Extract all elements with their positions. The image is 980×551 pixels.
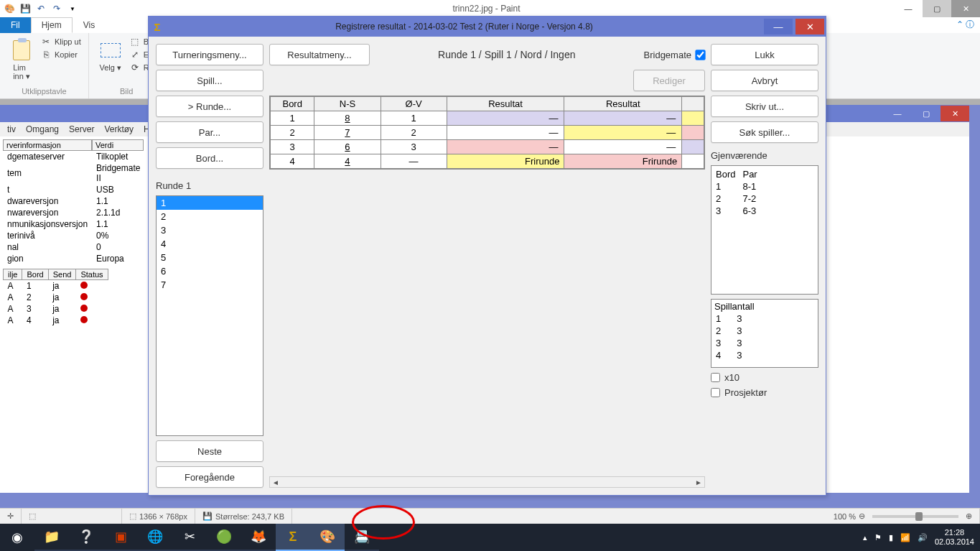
round-item[interactable]: 4: [157, 237, 263, 251]
dlg-close-button[interactable]: ✕: [795, 19, 824, 34]
scroll-left-icon[interactable]: ◄: [270, 478, 281, 486]
help-icon[interactable]: ⌃ ⓘ: [956, 19, 974, 31]
zoom-in-button[interactable]: ⊕: [966, 511, 972, 521]
sigma-app-icon: Σ: [149, 21, 166, 33]
server-info-header: rverinformasjonVerdi: [3, 139, 144, 151]
menu-item[interactable]: Server: [65, 123, 98, 136]
round-info-text: Runde 1 / Spill 1 / Nord / Ingen: [377, 49, 637, 60]
filesize-cell: 💾Størrelse: 243,7 KB: [195, 509, 292, 524]
middle-panel: Resultatmeny... Runde 1 / Spill 1 / Nord…: [269, 44, 705, 488]
result-menu-button[interactable]: Resultatmeny...: [269, 44, 370, 65]
prosjektor-checkbox[interactable]: Prosjektør: [711, 387, 818, 398]
round-item[interactable]: 3: [157, 223, 263, 237]
dimensions-cell: ⬚1366 × 768px: [122, 509, 195, 524]
tab-vis[interactable]: Vis: [73, 17, 106, 33]
copy-icon: ⎘: [40, 49, 52, 60]
bg-close-button[interactable]: ✕: [941, 106, 969, 121]
resize-icon: ⤢: [129, 49, 141, 60]
spillantall-box: Spillantall 13233343: [711, 299, 818, 368]
maximize-button[interactable]: ▢: [923, 0, 951, 17]
select-button[interactable]: Velg ▾: [96, 36, 125, 75]
round-item[interactable]: 7: [157, 278, 263, 292]
avbryt-button[interactable]: Avbryt: [711, 70, 818, 91]
explorer-taskbar-icon[interactable]: 📁: [34, 524, 69, 551]
save-icon[interactable]: 💾: [19, 2, 32, 15]
scroll-right-icon[interactable]: ►: [693, 478, 704, 486]
volume-icon[interactable]: 🔊: [918, 533, 928, 542]
minimize-button[interactable]: —: [894, 0, 923, 17]
flag-icon[interactable]: ⚑: [874, 533, 882, 542]
par-button[interactable]: Par...: [156, 121, 263, 143]
rediger-button[interactable]: Rediger: [633, 70, 705, 91]
dialog-titlebar: Σ Registrere resultat - 2014-03-02 Test …: [149, 17, 826, 37]
office-taskbar-icon[interactable]: ▣: [103, 524, 138, 551]
server-info-table: dgemateserverTilkoplettemBridgemate IItU…: [3, 151, 144, 264]
start-button[interactable]: ◉: [0, 524, 34, 551]
disk-icon: 💾: [202, 511, 213, 521]
chrome-taskbar-icon[interactable]: 🟢: [207, 524, 241, 551]
round-item[interactable]: 6: [157, 264, 263, 278]
dialog-title: Registrere resultat - 2014-03-02 Test 2 …: [166, 22, 762, 32]
runde-listbox[interactable]: 1234567: [156, 195, 263, 436]
right-panel: Lukk Avbryt Skriv ut... Søk spiller... G…: [711, 44, 818, 488]
neste-button[interactable]: Neste: [156, 440, 263, 462]
skriv-ut-button[interactable]: Skriv ut...: [711, 96, 818, 117]
menu-item[interactable]: Omgang: [22, 123, 63, 136]
selection-cell: ⬚: [22, 509, 122, 524]
select-icon: [99, 39, 122, 62]
app-taskbar-icon[interactable]: 📇: [345, 524, 379, 551]
sigma-taskbar-icon[interactable]: Σ: [276, 524, 310, 551]
paste-button[interactable]: Liminn ▾: [7, 36, 36, 84]
help-taskbar-icon[interactable]: ❔: [69, 524, 103, 551]
paint-taskbar-icon[interactable]: 🎨: [310, 524, 345, 551]
bg-maximize-button[interactable]: ▢: [912, 106, 941, 121]
paint-icon: 🎨: [3, 2, 16, 15]
zoom-out-button[interactable]: ⊖: [859, 511, 865, 521]
group-clipboard-label: Utklippstavle: [7, 85, 81, 96]
bord-button[interactable]: Bord...: [156, 147, 263, 169]
round-item[interactable]: 5: [157, 251, 263, 264]
paste-icon: [10, 39, 33, 62]
cut-button[interactable]: ✂Klipp ut: [40, 36, 81, 47]
snip-taskbar-icon[interactable]: ✂: [172, 524, 207, 551]
paint-window-title: trinn22.jpg - Paint: [79, 4, 894, 14]
taskbar-clock[interactable]: 21:28 02.03.2014: [935, 528, 974, 547]
taskbar: ◉ 📁 ❔ ▣ 🌐 ✂ 🟢 🦊 Σ 🎨 📇 ▴ ⚑ ▮ 📶 🔊 21:28 02…: [0, 524, 980, 551]
menu-item[interactable]: Verktøy: [100, 123, 138, 136]
crop-icon: ⬚: [129, 36, 141, 47]
runde-button[interactable]: > Runde...: [156, 96, 263, 117]
sok-spiller-button[interactable]: Søk spiller...: [711, 121, 818, 143]
round-item[interactable]: 2: [157, 210, 263, 223]
bg-minimize-button[interactable]: —: [883, 106, 912, 121]
tab-fil[interactable]: Fil: [0, 17, 31, 33]
paint-titlebar: 🎨 💾 ↶ ↷ ▼ trinn22.jpg - Paint — ▢ ✕: [0, 0, 980, 17]
round-item[interactable]: 1: [157, 196, 263, 210]
copy-button[interactable]: ⎘Kopier: [40, 49, 81, 60]
tray-up-icon[interactable]: ▴: [863, 533, 867, 542]
results-table[interactable]: BordN-SØ-VResultatResultat181——272——363—…: [269, 96, 705, 170]
x10-checkbox[interactable]: x10: [711, 372, 818, 383]
tournament-menu-button[interactable]: Turneringsmeny...: [156, 44, 263, 65]
close-button[interactable]: ✕: [951, 0, 980, 17]
bridgemate-checkbox[interactable]: [695, 50, 705, 60]
register-result-dialog: Σ Registrere resultat - 2014-03-02 Test …: [148, 16, 826, 496]
redo-icon[interactable]: ↷: [50, 2, 63, 15]
selection-icon: ⬚: [29, 511, 36, 521]
qat-dropdown-icon[interactable]: ▼: [66, 2, 79, 15]
dlg-minimize-button[interactable]: —: [764, 19, 793, 34]
zoom-slider[interactable]: [872, 515, 958, 518]
spill-button[interactable]: Spill...: [156, 70, 263, 91]
foregaende-button[interactable]: Foregående: [156, 466, 263, 488]
browser-taskbar-icon[interactable]: 🌐: [138, 524, 172, 551]
firefox-taskbar-icon[interactable]: 🦊: [241, 524, 276, 551]
menu-item[interactable]: tiv: [3, 123, 20, 136]
lukk-button[interactable]: Lukk: [711, 44, 818, 65]
tab-hjem[interactable]: Hjem: [31, 17, 73, 33]
crosshair-icon: ✛: [7, 511, 14, 521]
bridgemate-label: Bridgemate: [644, 50, 691, 60]
runde-list-label: Runde 1: [156, 180, 263, 191]
undo-icon[interactable]: ↶: [34, 2, 47, 15]
wifi-icon[interactable]: 📶: [900, 533, 910, 542]
battery-icon[interactable]: ▮: [889, 533, 893, 542]
horizontal-scrollbar[interactable]: ◄ ►: [269, 476, 705, 488]
